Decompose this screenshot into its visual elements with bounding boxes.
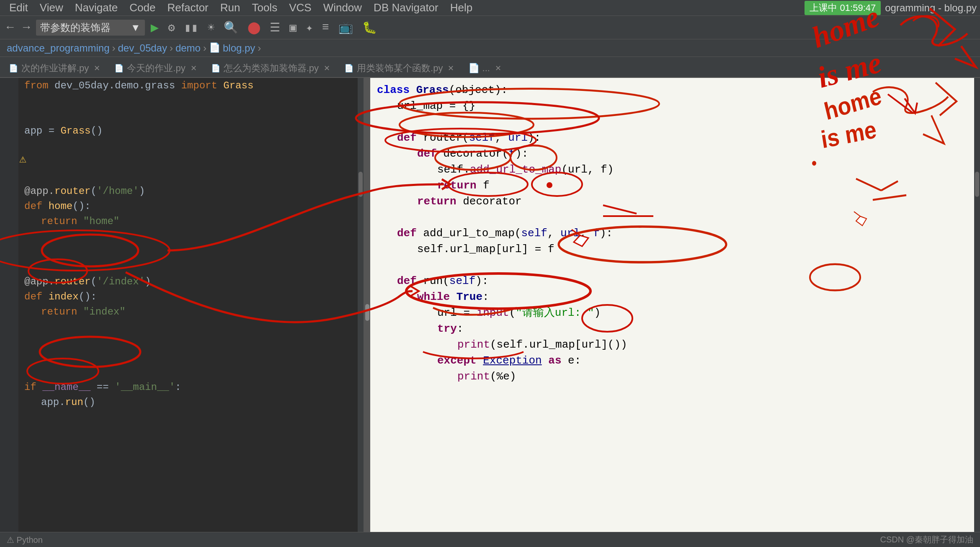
- dropdown-arrow-icon: ▼: [131, 22, 141, 34]
- breadcrumb-dev05day[interactable]: dev_05day: [118, 42, 167, 54]
- tab-label-2: 怎么为类添加装饰器.py: [224, 62, 319, 75]
- panel-divider[interactable]: [364, 78, 370, 547]
- window-title: ogramming - blog.py: [885, 2, 977, 14]
- code-line-3: [24, 108, 364, 123]
- right-line-13: def run ( self ):: [377, 273, 973, 289]
- status-bar: ⚠ Python CSDN @秦朝胖子得加油: [0, 532, 980, 547]
- menu-run[interactable]: Run: [214, 1, 246, 14]
- toolbar-search[interactable]: 🔍: [220, 19, 242, 36]
- code-line-20: [24, 364, 364, 379]
- code-line-18: [24, 334, 364, 349]
- tab-adddecorator[interactable]: 📄 怎么为类添加装饰器.py ✕: [204, 59, 337, 77]
- left-scrollbar[interactable]: [358, 78, 364, 547]
- right-line-16: try :: [377, 321, 973, 337]
- right-editor[interactable]: class Grass ( object ): url_map = {} def…: [370, 78, 980, 547]
- menu-code[interactable]: Code: [124, 1, 161, 14]
- tab-label-3: 用类装饰某个函数.py: [357, 62, 443, 75]
- tabs-bar: 📄 次的作业讲解.py ✕ 📄 今天的作业.py ✕ 📄 怎么为类添加装饰器.p…: [0, 57, 980, 78]
- tab-today[interactable]: 📄 今天的作业.py ✕: [107, 59, 204, 77]
- left-editor[interactable]: ⚠ from dev_05day.demo.grass import Grass…: [0, 78, 364, 547]
- tab-label-1: 今天的作业.py: [127, 62, 185, 75]
- menu-refactor[interactable]: Refactor: [161, 1, 214, 14]
- tab-classdecorator[interactable]: 📄 用类装饰某个函数.py ✕: [337, 59, 461, 77]
- tab-close-1[interactable]: ✕: [191, 64, 197, 73]
- decorator-dropdown-label: 带参数的装饰器: [40, 21, 111, 34]
- menu-window[interactable]: Window: [317, 1, 368, 14]
- breadcrumb-demo[interactable]: demo: [175, 42, 201, 54]
- code-line-12: [24, 244, 364, 259]
- status-bar-right-text: CSDN @秦朝胖子得加油: [880, 534, 973, 545]
- code-line-15: def index ():: [24, 289, 364, 304]
- right-line-4: def router ( self , url ):: [377, 130, 973, 146]
- tab-more[interactable]: 📄 ... ✕: [461, 59, 508, 77]
- status-button[interactable]: 上课中 01:59:47: [805, 1, 881, 15]
- left-scroll-thumb[interactable]: [358, 172, 363, 197]
- toolbar-forward[interactable]: →: [20, 19, 34, 36]
- code-line-17: [24, 319, 364, 334]
- right-scrollbar[interactable]: [974, 78, 980, 547]
- menu-bar: Edit View Navigate Code Refactor Run Too…: [0, 0, 980, 16]
- right-line-7: return f: [377, 178, 973, 194]
- divider-handle[interactable]: [365, 304, 369, 321]
- main-content: ⚠ from dev_05day.demo.grass import Grass…: [0, 78, 980, 547]
- tab-icon-3: 📄: [344, 64, 353, 73]
- right-line-15: url = input ( "请输入url: " ): [377, 305, 973, 321]
- tab-close-2[interactable]: ✕: [324, 64, 330, 73]
- menu-navigate[interactable]: Navigate: [69, 1, 124, 14]
- toolbar: ← → 带参数的装饰器 ▼ ▶ ⚙ ▮▮ ☀ 🔍 ⬤ ☰ ▣ ✦ ≡ 📺 🐛: [0, 16, 980, 39]
- code-line-21: if __name__ == '__main__' :: [24, 379, 364, 395]
- toolbar-extra[interactable]: ≡: [319, 19, 333, 36]
- tab-close-3[interactable]: ✕: [448, 64, 454, 73]
- toolbar-grid[interactable]: ▣: [286, 19, 300, 36]
- menu-vcs[interactable]: VCS: [283, 1, 317, 14]
- code-line-19: [24, 349, 364, 364]
- menu-db-navigator[interactable]: DB Navigator: [368, 1, 444, 14]
- breadcrumb-file[interactable]: blog.py: [223, 42, 255, 54]
- menu-edit[interactable]: Edit: [3, 1, 34, 14]
- code-line-2: [24, 93, 364, 108]
- right-line-5: def decorator ( f ):: [377, 146, 973, 162]
- toolbar-debug[interactable]: 🐛: [359, 19, 380, 36]
- menu-view[interactable]: View: [34, 1, 69, 14]
- menu-help[interactable]: Help: [444, 1, 478, 14]
- toolbar-settings[interactable]: ⚙: [165, 19, 178, 36]
- toolbar-record[interactable]: ⬤: [244, 19, 264, 36]
- right-line-12: [377, 257, 973, 273]
- as-keyword: as: [548, 353, 561, 369]
- code-editor-left[interactable]: from dev_05day.demo.grass import Grass a…: [20, 78, 364, 410]
- tab-close-0[interactable]: ✕: [94, 64, 100, 73]
- toolbar-pause[interactable]: ▮▮: [181, 19, 202, 36]
- breadcrumb-project[interactable]: advance_programming: [7, 42, 109, 54]
- tab-icon-2: 📄: [211, 64, 220, 73]
- decorator-dropdown[interactable]: 带参数的装饰器 ▼: [36, 20, 145, 36]
- toolbar-list[interactable]: ☰: [266, 19, 284, 36]
- line-numbers: [0, 78, 18, 547]
- code-line-8: @app. router ( '/home' ): [24, 183, 364, 199]
- toolbar-run[interactable]: ▶: [147, 18, 162, 38]
- code-line-9: def home ():: [24, 199, 364, 214]
- tab-icon-0: 📄: [9, 64, 18, 73]
- code-line-10: return "home": [24, 214, 364, 229]
- toolbar-sun[interactable]: ☀: [204, 19, 218, 36]
- right-line-8: return decorator: [377, 194, 973, 209]
- code-line-4: app = Grass (): [24, 123, 364, 138]
- menu-bar-right: 上课中 01:59:47 ogramming - blog.py: [805, 1, 977, 15]
- tab-label-0: 次的作业讲解.py: [21, 62, 89, 75]
- tab-icon-1: 📄: [114, 64, 124, 73]
- toolbar-back[interactable]: ←: [3, 19, 17, 36]
- breadcrumb: advance_programming › dev_05day › demo ›…: [0, 39, 980, 57]
- warning-icon: ⚠: [19, 152, 26, 166]
- toolbar-box[interactable]: 📺: [335, 19, 356, 36]
- right-scroll-thumb[interactable]: [975, 172, 979, 197]
- tab-homework[interactable]: 📄 次的作业讲解.py ✕: [2, 59, 107, 77]
- code-line-13: [24, 259, 364, 274]
- menu-tools[interactable]: Tools: [246, 1, 283, 14]
- toolbar-star[interactable]: ✦: [302, 19, 316, 36]
- code-line-1: from dev_05day.demo.grass import Grass: [24, 78, 364, 93]
- right-line-9: [377, 209, 973, 225]
- tab-close-more[interactable]: ✕: [495, 64, 501, 73]
- code-line-5: [24, 138, 364, 153]
- right-line-11: self.url_map[url] = f: [377, 241, 973, 257]
- right-code-content[interactable]: class Grass ( object ): url_map = {} def…: [370, 78, 980, 547]
- code-line-7: [24, 168, 364, 183]
